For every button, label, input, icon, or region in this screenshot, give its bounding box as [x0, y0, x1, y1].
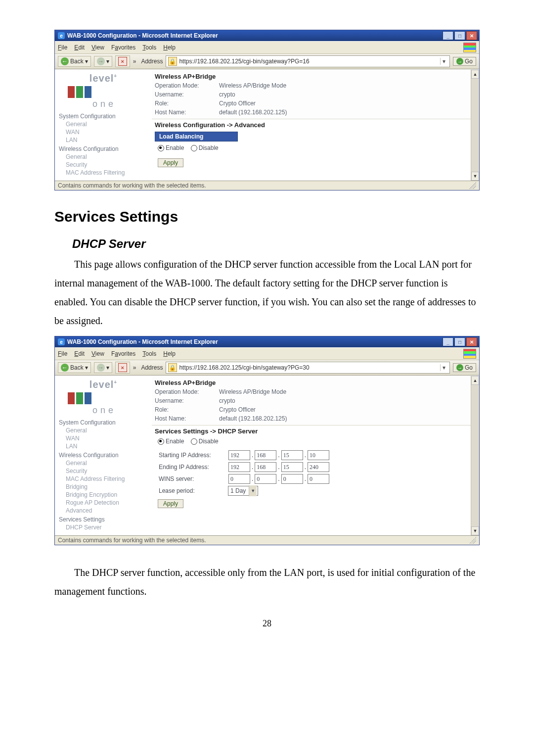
minimize-button[interactable]: _ — [443, 31, 453, 40]
end-ip-octet-2[interactable]: 168 — [255, 462, 276, 472]
header-title: Wireless AP+Bridge — [152, 72, 479, 81]
scroll-up-icon[interactable]: ▲ — [471, 376, 479, 385]
menu-help[interactable]: Help — [163, 44, 176, 51]
sidebar-item-lan[interactable]: LAN — [59, 442, 148, 450]
resize-grip-icon[interactable] — [469, 537, 476, 544]
back-button[interactable]: ← Back ▾ — [58, 362, 91, 373]
go-button[interactable]: → Go — [453, 57, 476, 66]
menu-tools[interactable]: Tools — [142, 44, 156, 51]
start-ip-octet-2[interactable]: 168 — [255, 450, 276, 460]
go-button[interactable]: → Go — [453, 363, 476, 372]
go-label: Go — [465, 58, 473, 65]
radio-enable[interactable] — [158, 438, 164, 445]
scroll-down-icon[interactable]: ▼ — [471, 526, 479, 535]
chevron-down-icon: ▾ — [85, 364, 88, 371]
close-button[interactable]: ✕ — [466, 31, 477, 40]
menu-edit[interactable]: Edit — [74, 44, 85, 51]
close-button[interactable]: ✕ — [466, 337, 477, 346]
chevron-down-icon: ▾ — [85, 58, 88, 65]
forward-button[interactable]: → ▾ — [94, 362, 112, 373]
menu-file[interactable]: File — [58, 350, 67, 357]
hostname-label: Host Name: — [155, 108, 219, 117]
menu-help[interactable]: Help — [163, 350, 176, 357]
op-mode-value: Wireless AP/Bridge Mode — [219, 81, 286, 90]
sidebar-item-system-config[interactable]: System Configuration — [59, 418, 148, 426]
menu-tools[interactable]: Tools — [142, 350, 156, 357]
hostname-value: default (192.168.202.125) — [219, 108, 287, 117]
lease-select[interactable]: 1 Day ▼ — [228, 486, 258, 496]
nav-tree: System Configuration General WAN LAN Wir… — [59, 418, 148, 531]
menu-view[interactable]: View — [91, 350, 104, 357]
stop-button[interactable]: × — [115, 55, 130, 67]
wins-octet-3[interactable]: 0 — [281, 474, 303, 484]
wins-octet-4[interactable]: 0 — [308, 474, 329, 484]
wins-label: WINS server: — [159, 473, 228, 484]
ie-icon: e — [58, 338, 65, 345]
menu-favorites[interactable]: Favorites — [111, 350, 135, 357]
sidebar-item-rogue-ap[interactable]: Rogue AP Detection — [59, 499, 148, 507]
address-dropdown-icon[interactable]: ▾ — [440, 364, 447, 371]
radio-enable-label: Enable — [166, 438, 184, 445]
wins-octet-2[interactable]: 0 — [255, 474, 276, 484]
radio-enable[interactable] — [158, 145, 164, 151]
menu-favorites[interactable]: Favorites — [111, 44, 135, 51]
menu-view[interactable]: View — [91, 44, 104, 51]
maximize-button[interactable]: □ — [454, 31, 465, 40]
sidebar-item-general[interactable]: General — [59, 120, 148, 128]
sidebar-item-mac-filtering[interactable]: MAC Address Filtering — [59, 169, 148, 177]
scroll-up-icon[interactable]: ▲ — [471, 70, 479, 79]
maximize-button[interactable]: □ — [454, 337, 465, 346]
start-ip-octet-1[interactable]: 192 — [228, 450, 250, 460]
resize-grip-icon[interactable] — [469, 182, 476, 189]
sidebar-item-services-settings[interactable]: Services Settings — [59, 515, 148, 523]
toolbar-overflow-icon[interactable]: » — [133, 364, 136, 371]
wins-octet-1[interactable]: 0 — [228, 474, 250, 484]
sidebar-item-bridging-encryption[interactable]: Bridging Encryption — [59, 491, 148, 499]
menu-edit[interactable]: Edit — [74, 350, 85, 357]
apply-button[interactable]: Apply — [158, 158, 183, 167]
vertical-scrollbar[interactable]: ▲ ▼ — [471, 376, 479, 535]
back-button[interactable]: ← Back ▾ — [58, 56, 91, 67]
end-ip-octet-4[interactable]: 240 — [308, 462, 329, 472]
end-ip-octet-1[interactable]: 192 — [228, 462, 250, 472]
role-value: Crypto Officer — [219, 405, 256, 414]
op-mode-value: Wireless AP/Bridge Mode — [219, 387, 286, 396]
forward-button[interactable]: → ▾ — [94, 56, 112, 67]
vertical-scrollbar[interactable]: ▲ ▼ — [471, 70, 479, 181]
sidebar-item-bridging[interactable]: Bridging — [59, 483, 148, 491]
sidebar-item-wireless-config[interactable]: Wireless Configuration — [59, 144, 148, 153]
menu-file[interactable]: File — [58, 44, 67, 51]
minimize-button[interactable]: _ — [443, 337, 453, 346]
sidebar-item-security[interactable]: Security — [59, 467, 148, 475]
address-bar[interactable]: 🔒 https://192.168.202.125/cgi-bin/sgatew… — [166, 362, 450, 374]
sidebar-item-lan[interactable]: LAN — [59, 136, 148, 144]
header-title: Wireless AP+Bridge — [152, 378, 479, 387]
sidebar-item-general[interactable]: General — [59, 426, 148, 434]
breadcrumb: Wireless Configuration -> Advanced — [152, 119, 479, 131]
address-dropdown-icon[interactable]: ▾ — [440, 58, 447, 65]
scroll-down-icon[interactable]: ▼ — [471, 172, 479, 181]
stop-button[interactable]: × — [115, 362, 130, 374]
sidebar-item-general-2[interactable]: General — [59, 153, 148, 161]
sidebar-item-advanced[interactable]: Advanced — [59, 507, 148, 515]
sidebar-item-security[interactable]: Security — [59, 161, 148, 169]
start-ip-octet-3[interactable]: 15 — [281, 450, 303, 460]
apply-button[interactable]: Apply — [158, 499, 183, 508]
radio-disable[interactable] — [191, 438, 197, 445]
username-label: Username: — [155, 396, 219, 405]
sidebar-item-mac-filtering[interactable]: MAC Address Filtering — [59, 475, 148, 483]
toolbar-overflow-icon[interactable]: » — [133, 58, 136, 65]
end-ip-octet-3[interactable]: 15 — [281, 462, 303, 472]
sidebar-item-wireless-config[interactable]: Wireless Configuration — [59, 450, 148, 459]
sidebar-item-wan[interactable]: WAN — [59, 434, 148, 442]
radio-disable[interactable] — [191, 145, 197, 151]
sidebar-item-dhcp-server[interactable]: DHCP Server — [59, 523, 148, 531]
sidebar-item-general-2[interactable]: General — [59, 459, 148, 467]
sidebar-item-system-config[interactable]: System Configuration — [59, 111, 148, 120]
status-bar: Contains commands for working with the s… — [55, 535, 479, 545]
window-titlebar: e WAB-1000 Configuration - Microsoft Int… — [55, 336, 479, 347]
window-titlebar: e WAB-1000 Configuration - Microsoft Int… — [55, 30, 479, 41]
address-bar[interactable]: 🔒 https://192.168.202.125/cgi-bin/sgatew… — [166, 55, 450, 67]
sidebar-item-wan[interactable]: WAN — [59, 128, 148, 136]
start-ip-octet-4[interactable]: 10 — [308, 450, 329, 460]
